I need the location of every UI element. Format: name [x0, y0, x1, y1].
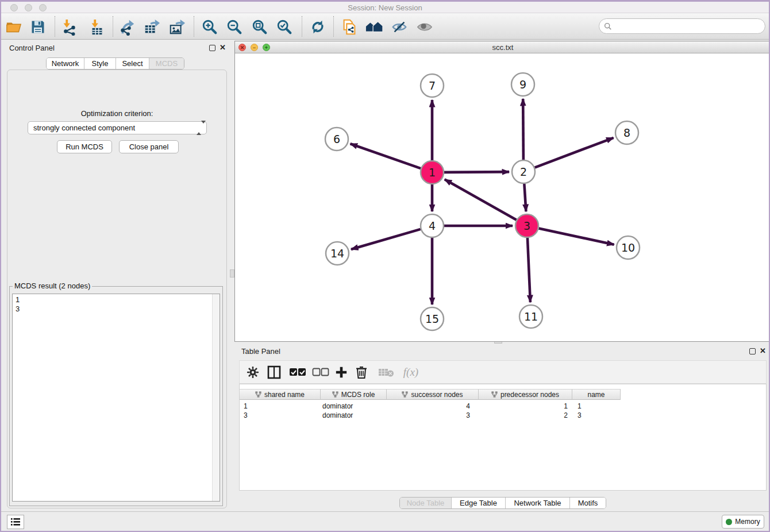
cell-predecessor-nodes: 1 — [479, 402, 572, 411]
export-network-button[interactable] — [118, 18, 136, 36]
split-columns-button[interactable] — [267, 364, 281, 380]
cell-successor-nodes: 3 — [387, 411, 479, 420]
graph-node-label: 7 — [429, 79, 436, 92]
node-table: shared name MCDS role successor nodes pr… — [239, 384, 767, 491]
result-scrollbar[interactable] — [212, 294, 220, 501]
optimization-criterion-label: Optimization criterion: — [7, 109, 226, 118]
graph-edge-1-6[interactable] — [351, 144, 421, 168]
graph-edge-2-8[interactable] — [535, 138, 614, 168]
graph-edge-1-2[interactable] — [444, 172, 509, 172]
search-input[interactable] — [615, 22, 765, 30]
float-panel-icon[interactable] — [749, 348, 756, 354]
column-header-name[interactable]: name — [572, 389, 621, 400]
graph-edge-3-1[interactable] — [445, 179, 517, 219]
zoom-selected-button[interactable] — [275, 18, 294, 36]
float-panel-icon[interactable] — [209, 45, 215, 51]
zoom-fit-button[interactable] — [251, 18, 269, 36]
mcds-result-item: 3 — [13, 304, 220, 314]
zoom-out-button[interactable] — [225, 18, 244, 36]
delete-table-button[interactable] — [376, 364, 396, 380]
run-mcds-button[interactable]: Run MCDS — [57, 140, 112, 153]
memory-button[interactable]: Memory — [722, 515, 764, 529]
table-header-row: shared name MCDS role successor nodes pr… — [240, 389, 621, 400]
zoom-in-button[interactable] — [201, 18, 219, 36]
toolbar-separator — [113, 16, 113, 37]
column-header-shared-name[interactable]: shared name — [240, 389, 321, 400]
control-panel-tabs: Network Style Select MCDS — [46, 57, 184, 70]
graph-edge-4-14[interactable] — [351, 229, 421, 249]
import-network-icon — [60, 18, 78, 36]
eye-icon — [416, 18, 433, 36]
zoom-out-icon — [226, 18, 243, 36]
tab-style[interactable]: Style — [84, 58, 116, 69]
criterion-dropdown[interactable]: strongly connected component — [28, 121, 207, 134]
graph-edge-3-11[interactable] — [528, 238, 530, 302]
graph-node-label: 1 — [429, 166, 436, 179]
delete-column-button[interactable] — [356, 364, 367, 380]
graph-edge-2-3[interactable] — [524, 184, 526, 211]
save-session-button[interactable] — [29, 18, 47, 36]
network-window-title: scc.txt — [235, 43, 770, 52]
gear-icon — [247, 366, 259, 379]
tab-node-table[interactable]: Node Table — [400, 498, 452, 508]
hierarchy-icon — [491, 391, 498, 398]
table-toolbar: f(x) — [239, 360, 767, 384]
fx-icon: f(x) — [403, 366, 418, 379]
mcds-result-title: MCDS result (2 nodes) — [13, 282, 92, 290]
refresh-view-button[interactable] — [309, 18, 327, 36]
column-header-successor-nodes[interactable]: successor nodes — [387, 389, 479, 400]
function-builder-button[interactable]: f(x) — [399, 364, 422, 380]
window-title: Session: New Session — [1, 3, 769, 12]
table-row[interactable]: 3 dominator 3 2 3 — [240, 411, 621, 420]
graph-node-label: 8 — [623, 126, 630, 139]
graph-edge-3-10[interactable] — [539, 228, 614, 244]
cell-successor-nodes: 4 — [387, 402, 479, 411]
vertical-splitter-grip[interactable] — [230, 269, 234, 277]
table-panel: Table Panel ✕ — [234, 344, 770, 513]
graph-edge-2-9[interactable] — [523, 99, 523, 160]
tab-select[interactable]: Select — [116, 58, 149, 69]
network-window-titlebar: ✕ − + scc.txt — [235, 41, 770, 53]
deselect-all-columns-button[interactable] — [311, 364, 330, 380]
search-field[interactable] — [599, 18, 765, 34]
table-row[interactable]: 1 dominator 4 1 1 — [240, 402, 621, 411]
tab-edge-table[interactable]: Edge Table — [452, 498, 506, 508]
toolbar-separator — [302, 16, 302, 37]
search-icon — [604, 22, 612, 30]
memory-label: Memory — [735, 518, 760, 526]
import-network-button[interactable] — [60, 18, 78, 36]
network-canvas[interactable]: 1234678910111415 — [235, 53, 770, 341]
criterion-value: strongly connected component — [33, 124, 135, 132]
export-table-button[interactable] — [143, 18, 161, 36]
mcds-result-list[interactable]: 1 3 — [12, 294, 220, 502]
table-panel-tabs: Node Table Edge Table Network Table Moti… — [234, 497, 770, 509]
split-columns-icon — [267, 365, 281, 379]
copy-current-view-button[interactable] — [340, 18, 359, 36]
show-all-button[interactable] — [415, 18, 434, 36]
tab-motifs[interactable]: Motifs — [570, 498, 606, 508]
close-panel-icon[interactable]: ✕ — [760, 346, 766, 355]
tab-network-table[interactable]: Network Table — [506, 498, 570, 508]
open-folder-icon — [5, 18, 22, 36]
export-image-button[interactable] — [168, 18, 186, 36]
column-header-mcds-role[interactable]: MCDS role — [321, 389, 387, 400]
dropdown-stepper-icon — [197, 124, 202, 133]
close-panel-icon[interactable]: ✕ — [220, 43, 226, 52]
cell-shared-name: 1 — [240, 402, 321, 411]
new-network-from-selection-button[interactable] — [365, 18, 383, 36]
close-panel-button[interactable]: Close panel — [119, 140, 179, 153]
import-table-icon — [88, 18, 106, 36]
open-session-button[interactable] — [5, 18, 23, 36]
show-task-history-button[interactable] — [7, 515, 24, 529]
select-all-columns-button[interactable] — [288, 364, 307, 380]
window-titlebar: Session: New Session — [1, 2, 769, 13]
tab-mcds[interactable]: MCDS — [149, 58, 184, 69]
import-table-button[interactable] — [88, 18, 106, 36]
add-column-button[interactable] — [335, 364, 348, 380]
hide-selected-button[interactable] — [390, 18, 409, 36]
column-header-predecessor-nodes[interactable]: predecessor nodes — [479, 389, 572, 400]
tab-network[interactable]: Network — [47, 58, 84, 69]
save-floppy-icon — [30, 19, 46, 35]
memory-status-icon — [726, 519, 732, 525]
table-mode-gear-button[interactable] — [247, 364, 259, 380]
